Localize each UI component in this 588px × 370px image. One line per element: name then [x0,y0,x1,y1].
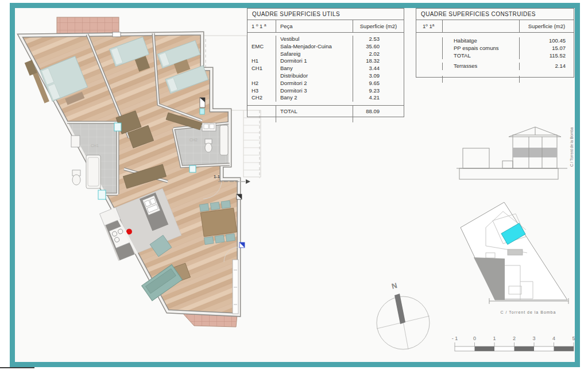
table-header: 1 º 1 ª Peça Superficie (m2) [247,20,404,33]
washer [189,165,196,172]
sliding-window [233,260,238,314]
dining-table [200,208,237,237]
north-needle-icon [394,294,405,324]
bathtub [86,155,100,188]
chair [204,237,214,245]
section-slab [513,148,557,157]
scale-tick: 4 [552,336,555,341]
useful-areas-table: QUADRE SUPERFICIES UTILS 1 º 1 ª Peça Su… [247,8,404,117]
table-row: Distribuidor3.09 [247,72,404,80]
window-icon [200,109,204,114]
table-row: H2Dormitori 29.65 [247,80,404,87]
total-value: 88.09 [353,106,404,117]
building-footprint [474,257,505,300]
north-compass: N [377,281,430,349]
chair [226,233,235,241]
table-row: TOTAL115.52 [416,52,574,60]
section-street-label: C / Torrent de la Bomba [570,127,574,167]
table-row: Safareig2.02 [247,51,404,58]
table-title: QUADRE SUPERFICIES CONSTRUIDES [416,9,574,20]
chair [215,235,225,243]
table-row: PP espais comuns15.07 [416,45,574,52]
room-label-ch2: CH2 [189,138,198,142]
table-total-row: TOTAL 88.09 [247,105,404,117]
building-section: C / Torrent de la Bomba [457,127,574,179]
table-body: Vestibul2.53 EMCSala-Menjador-Cuina35.60… [247,33,404,105]
bathtub [220,125,228,155]
scale-tick: 3 [532,336,535,341]
table-row: EMCSala-Menjador-Cuina35.60 [247,43,404,51]
laundry-washer [98,190,106,199]
header-code: 1 º 1 ª [247,20,276,32]
total-label: TOTAL [276,106,353,117]
svg-text:1-1: 1-1 [214,174,220,179]
table-row: CH1Bany3.44 [247,65,404,72]
drawing-sheet: CH1 CH2 1-1 C / Torrent de la Bomba [0,0,588,370]
header-area: Superficie (m2) [520,20,574,32]
washer [114,123,121,131]
top-terrace [57,17,119,34]
chair [210,202,220,210]
site-plan: C / Torrent de la Bomba [461,202,568,314]
table-row: Terrasses2.14 [416,63,574,70]
scale-tick: 2 [513,336,516,341]
table-row: H3Dormitori 39.23 [247,87,404,95]
header-code: 1º 1ª [416,20,443,32]
column-rule-overshoot [353,115,353,122]
table-body: Habitatge100.45 PP espais comuns15.07 TO… [416,33,574,77]
table-header: 1º 1ª Superficie (m2) [416,20,574,33]
room-label-ch1: CH1 [91,144,99,148]
floor-plan: CH1 CH2 1-1 [20,17,261,327]
header-area: Superficie (m2) [353,20,404,32]
table-title: QUADRE SUPERFICIES UTILS [247,9,404,20]
table-row: Vestibul2.53 [247,36,404,43]
column-rule-overshoot [276,115,276,122]
chair [221,201,231,209]
column-rule-overshoot [519,76,520,83]
north-label: N [390,281,398,291]
scale-tick: - 1 [452,336,458,341]
table-row: Habitatge100.45 [416,37,574,45]
scale-tick: 1 [493,336,496,341]
header-name: Peça [276,20,353,32]
built-areas-table: QUADRE SUPERFICIES CONSTRUIDES 1º 1ª Sup… [416,8,574,78]
terrace-door-mark [113,32,121,37]
site-street-label: C / Torrent de la Bomba [501,310,556,314]
chair [199,203,209,211]
table-row: CH2Bany 24.21 [247,94,404,102]
scale-bar: - 1 0 1 2 3 4 5 [452,336,575,351]
table-row: H1Dormitori 118.32 [247,57,404,65]
scale-tick-labels: - 1 0 1 2 3 4 5 [452,336,575,341]
header-name [443,20,520,32]
scale-tick: 0 [473,336,476,341]
sink [71,136,80,147]
scale-tick: 5 [572,336,575,341]
column-rule-overshoot [442,76,443,83]
